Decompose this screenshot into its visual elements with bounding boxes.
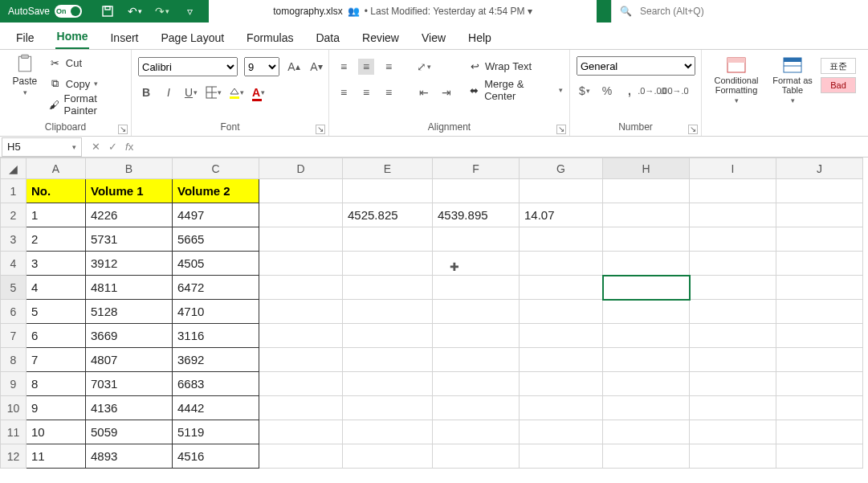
cell-F8[interactable] (433, 348, 520, 372)
cell-E3[interactable] (343, 227, 433, 252)
cell-H7[interactable] (603, 324, 690, 348)
cell-C5[interactable]: 6472 (173, 276, 259, 300)
cell-I12[interactable] (690, 444, 776, 469)
row-header-5[interactable]: 5 (1, 276, 26, 300)
cell-G2[interactable]: 14.07 (520, 203, 603, 227)
cell-G5[interactable] (520, 276, 603, 300)
cell-D5[interactable] (259, 276, 343, 300)
cell-F2[interactable]: 4539.895 (433, 203, 520, 227)
cell-A6[interactable]: 5 (26, 300, 86, 324)
cell-B7[interactable]: 3669 (86, 324, 173, 348)
cell-G6[interactable] (520, 300, 603, 324)
qat-dropdown-icon[interactable]: ▿ (181, 3, 198, 19)
name-box-dropdown-icon[interactable]: ▾ (72, 143, 76, 151)
col-header-g[interactable]: G (520, 158, 603, 179)
cell-C10[interactable]: 4442 (173, 396, 259, 420)
cell-A4[interactable]: 3 (26, 252, 86, 276)
cell-B9[interactable]: 7031 (86, 372, 173, 396)
cell-I8[interactable] (690, 348, 776, 372)
align-left-icon[interactable]: ≡ (336, 84, 352, 100)
style-bad[interactable]: Bad (821, 77, 856, 93)
wrap-text-button[interactable]: ↩Wrap Text (467, 56, 563, 76)
col-header-b[interactable]: B (86, 158, 173, 179)
cell-D2[interactable] (259, 203, 343, 227)
tab-home[interactable]: Home (55, 25, 90, 49)
cell-H11[interactable] (603, 420, 690, 444)
row-header-8[interactable]: 8 (1, 348, 26, 372)
cell-E4[interactable] (343, 252, 433, 276)
cell-J2[interactable] (776, 203, 863, 227)
cell-D8[interactable] (259, 348, 343, 372)
font-dialog-launcher[interactable]: ↘ (316, 125, 325, 134)
cell-B6[interactable]: 5128 (86, 300, 173, 324)
bold-button[interactable]: B (138, 84, 154, 100)
cell-E5[interactable] (343, 276, 433, 300)
cell-E11[interactable] (343, 420, 433, 444)
align-bottom-icon[interactable]: ≡ (381, 59, 397, 75)
cell-B3[interactable]: 5731 (86, 227, 173, 252)
formula-input[interactable] (141, 137, 868, 157)
cell-B1[interactable]: Volume 1 (86, 179, 173, 203)
cell-A2[interactable]: 1 (26, 203, 86, 227)
cell-H1[interactable] (603, 179, 690, 203)
cell-H3[interactable] (603, 227, 690, 252)
undo-icon[interactable]: ↶▾ (127, 3, 143, 19)
align-top-icon[interactable]: ≡ (336, 59, 352, 75)
cell-C12[interactable]: 4516 (173, 444, 259, 469)
row-header-6[interactable]: 6 (1, 300, 26, 324)
cell-E1[interactable] (343, 179, 433, 203)
cell-J10[interactable] (776, 396, 863, 420)
col-header-j[interactable]: J (776, 158, 863, 179)
cell-H10[interactable] (603, 396, 690, 420)
cell-G11[interactable] (520, 420, 603, 444)
cell-J4[interactable] (776, 252, 863, 276)
cell-D10[interactable] (259, 396, 343, 420)
cell-H6[interactable] (603, 300, 690, 324)
accounting-format-icon[interactable]: $▾ (577, 83, 593, 99)
cell-I4[interactable] (690, 252, 776, 276)
cell-G1[interactable] (520, 179, 603, 203)
cell-A5[interactable]: 4 (26, 276, 86, 300)
enter-formula-icon[interactable]: ✓ (108, 141, 117, 153)
increase-indent-icon[interactable]: ⇥ (438, 84, 454, 100)
cut-button[interactable]: ✂Cut (48, 53, 124, 72)
format-as-table-button[interactable]: Format as Table▾ (768, 56, 817, 104)
increase-decimal-icon[interactable]: .0→.00 (644, 83, 660, 99)
cell-J7[interactable] (776, 324, 863, 348)
row-header-4[interactable]: 4 (1, 252, 26, 276)
cell-B5[interactable]: 4811 (86, 276, 173, 300)
cell-F10[interactable] (433, 396, 520, 420)
cell-C6[interactable]: 4710 (173, 300, 259, 324)
cell-E8[interactable] (343, 348, 433, 372)
cell-C3[interactable]: 5665 (173, 227, 259, 252)
cell-A8[interactable]: 7 (26, 348, 86, 372)
row-header-11[interactable]: 11 (1, 420, 26, 444)
increase-font-icon[interactable]: A▴ (286, 59, 302, 75)
percent-format-icon[interactable]: % (599, 83, 615, 99)
cell-F1[interactable] (433, 179, 520, 203)
row-header-3[interactable]: 3 (1, 227, 26, 252)
cell-G7[interactable] (520, 324, 603, 348)
cell-D12[interactable] (259, 444, 343, 469)
align-center-icon[interactable]: ≡ (358, 84, 374, 100)
cell-E2[interactable]: 4525.825 (343, 203, 433, 227)
cell-J11[interactable] (776, 420, 863, 444)
cell-D1[interactable] (259, 179, 343, 203)
number-format-select[interactable]: General (577, 56, 695, 76)
decrease-font-icon[interactable]: A▾ (308, 59, 324, 75)
col-header-c[interactable]: C (173, 158, 259, 179)
comma-format-icon[interactable]: , (621, 83, 638, 99)
merge-center-button[interactable]: ⬌Merge & Center ▾ (467, 80, 563, 100)
select-all-corner[interactable]: ◢ (1, 158, 26, 179)
cell-A11[interactable]: 10 (26, 420, 86, 444)
underline-button[interactable]: U▾ (183, 84, 199, 100)
fill-color-button[interactable]: ▾ (228, 84, 244, 100)
cell-G9[interactable] (520, 372, 603, 396)
col-header-e[interactable]: E (343, 158, 433, 179)
col-header-d[interactable]: D (259, 158, 343, 179)
cell-C7[interactable]: 3116 (173, 324, 259, 348)
tab-data[interactable]: Data (314, 27, 341, 49)
decrease-indent-icon[interactable]: ⇤ (416, 84, 432, 100)
cell-E10[interactable] (343, 396, 433, 420)
tab-help[interactable]: Help (467, 27, 493, 49)
